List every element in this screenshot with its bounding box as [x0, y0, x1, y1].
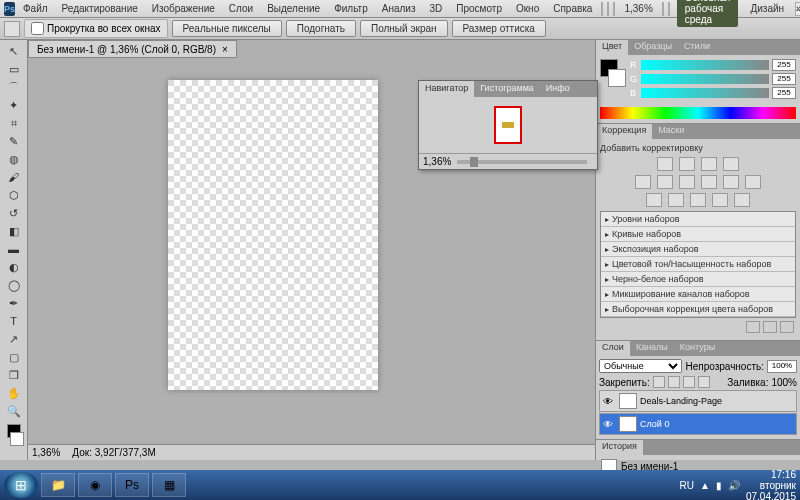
tray-flag-icon[interactable]: ▲ [700, 480, 710, 491]
tray-volume-icon[interactable]: 🔊 [728, 480, 740, 491]
lang-indicator[interactable]: RU [680, 480, 694, 491]
lock-transparency-icon[interactable] [653, 376, 665, 388]
screen-mode-icon[interactable] [668, 2, 670, 16]
workspace-essentials[interactable]: Основная рабочая среда [677, 0, 739, 27]
color-swatch-panel[interactable] [600, 59, 626, 101]
workspace-more-icon[interactable]: » [795, 2, 800, 16]
opacity-value[interactable]: 100% [767, 360, 797, 373]
hand-tool-icon[interactable]: ✋ [2, 384, 26, 402]
layer-name[interactable]: Deals-Landing-Page [640, 396, 722, 406]
colorbalance-icon[interactable] [679, 175, 695, 189]
move-tool-icon[interactable]: ↖ [2, 42, 26, 60]
color-swatch[interactable] [0, 424, 27, 446]
zoom-tool-icon[interactable]: 🔍 [2, 402, 26, 420]
close-tab-icon[interactable]: × [222, 44, 228, 55]
tab-paths[interactable]: Контуры [674, 341, 721, 356]
r-value[interactable]: 255 [772, 59, 796, 71]
huesat-icon[interactable] [657, 175, 673, 189]
tab-styles[interactable]: Стили [678, 40, 716, 55]
tab-channels[interactable]: Каналы [630, 341, 674, 356]
navigator-slider[interactable] [457, 160, 587, 164]
menu-select[interactable]: Выделение [261, 1, 326, 16]
stamp-tool-icon[interactable]: ⬡ [2, 186, 26, 204]
menu-file[interactable]: Файл [17, 1, 54, 16]
tab-swatches[interactable]: Образцы [628, 40, 678, 55]
heal-tool-icon[interactable]: ◍ [2, 150, 26, 168]
posterize-icon[interactable] [668, 193, 684, 207]
layer-thumbnail[interactable] [619, 393, 637, 409]
type-tool-icon[interactable]: T [2, 312, 26, 330]
taskbar-explorer-icon[interactable]: 📁 [41, 473, 75, 497]
dodge-tool-icon[interactable]: ◯ [2, 276, 26, 294]
brightness-icon[interactable] [657, 157, 673, 171]
g-slider[interactable] [641, 74, 769, 84]
adj-trash-icon[interactable] [780, 321, 794, 333]
photo-filter-icon[interactable] [723, 175, 739, 189]
zoom-dropdown[interactable]: 1,36% [618, 1, 658, 16]
preset-channelmix[interactable]: Микширование каналов наборов [601, 287, 795, 302]
preset-bw[interactable]: Черно-белое наборов [601, 272, 795, 287]
fill-screen-button[interactable]: Полный экран [360, 20, 448, 37]
status-zoom[interactable]: 1,36% [32, 447, 60, 458]
scroll-all-checkbox[interactable]: Прокрутка во всех окнах [24, 19, 168, 38]
menu-edit[interactable]: Редактирование [56, 1, 144, 16]
tab-color[interactable]: Цвет [596, 40, 628, 55]
exposure-icon[interactable] [723, 157, 739, 171]
wand-tool-icon[interactable]: ✦ [2, 96, 26, 114]
preset-levels[interactable]: Уровни наборов [601, 212, 795, 227]
visibility-icon[interactable]: 👁 [600, 419, 616, 430]
tab-adjustments[interactable]: Коррекция [596, 124, 652, 139]
bw-icon[interactable] [701, 175, 717, 189]
preset-curves[interactable]: Кривые наборов [601, 227, 795, 242]
launch-bridge-icon[interactable] [601, 2, 603, 16]
lock-position-icon[interactable] [683, 376, 695, 388]
vibrance-icon[interactable] [635, 175, 651, 189]
arrange-docs-icon[interactable] [662, 2, 664, 16]
tab-histogram[interactable]: Гистограмма [474, 81, 540, 97]
pen-tool-icon[interactable]: ✒ [2, 294, 26, 312]
preset-selective[interactable]: Выборочная коррекция цвета наборов [601, 302, 795, 317]
history-brush-icon[interactable]: ↺ [2, 204, 26, 222]
taskbar-photoshop-icon[interactable]: Ps [115, 473, 149, 497]
visibility-icon[interactable]: 👁 [600, 396, 616, 407]
marquee-tool-icon[interactable]: ▭ [2, 60, 26, 78]
eyedropper-tool-icon[interactable]: ✎ [2, 132, 26, 150]
tab-history[interactable]: История [596, 440, 643, 455]
3d-tool-icon[interactable]: ❐ [2, 366, 26, 384]
menu-view[interactable]: Просмотр [450, 1, 508, 16]
fit-screen-button[interactable]: Подогнать [286, 20, 356, 37]
print-size-button[interactable]: Размер оттиска [452, 20, 546, 37]
launch-minibridge-icon[interactable] [607, 2, 609, 16]
fill-value[interactable]: 100% [771, 377, 797, 388]
invert-icon[interactable] [646, 193, 662, 207]
view-extras-icon[interactable] [613, 2, 615, 16]
navigator-zoom[interactable]: 1,36% [423, 156, 451, 167]
menu-analysis[interactable]: Анализ [376, 1, 422, 16]
lasso-tool-icon[interactable]: ⌒ [2, 78, 26, 96]
menu-3d[interactable]: 3D [423, 1, 448, 16]
menu-image[interactable]: Изображение [146, 1, 221, 16]
workspace-design[interactable]: Дизайн [742, 1, 792, 16]
menu-window[interactable]: Окно [510, 1, 545, 16]
preset-exposure[interactable]: Экспозиция наборов [601, 242, 795, 257]
eraser-tool-icon[interactable]: ◧ [2, 222, 26, 240]
r-slider[interactable] [641, 60, 769, 70]
crop-tool-icon[interactable]: ⌗ [2, 114, 26, 132]
tray-network-icon[interactable]: ▮ [716, 480, 722, 491]
start-button[interactable]: ⊞ [4, 472, 38, 498]
brush-tool-icon[interactable]: 🖌 [2, 168, 26, 186]
b-value[interactable]: 255 [772, 87, 796, 99]
layer-name[interactable]: Слой 0 [640, 419, 669, 429]
actual-pixels-button[interactable]: Реальные пикселы [172, 20, 282, 37]
menu-help[interactable]: Справка [547, 1, 598, 16]
taskbar-chrome-icon[interactable]: ◉ [78, 473, 112, 497]
gradient-map-icon[interactable] [712, 193, 728, 207]
preset-huesat[interactable]: Цветовой тон/Насыщенность наборов [601, 257, 795, 272]
lock-all-icon[interactable] [698, 376, 710, 388]
tab-layers[interactable]: Слои [596, 341, 630, 356]
tab-info[interactable]: Инфо [540, 81, 576, 97]
taskbar-app-icon[interactable]: ▦ [152, 473, 186, 497]
blend-mode-select[interactable]: Обычные [599, 359, 682, 373]
document-tab[interactable]: Без имени-1 @ 1,36% (Слой 0, RGB/8) × [28, 40, 237, 58]
layer-row[interactable]: 👁 Слой 0 [599, 413, 797, 435]
